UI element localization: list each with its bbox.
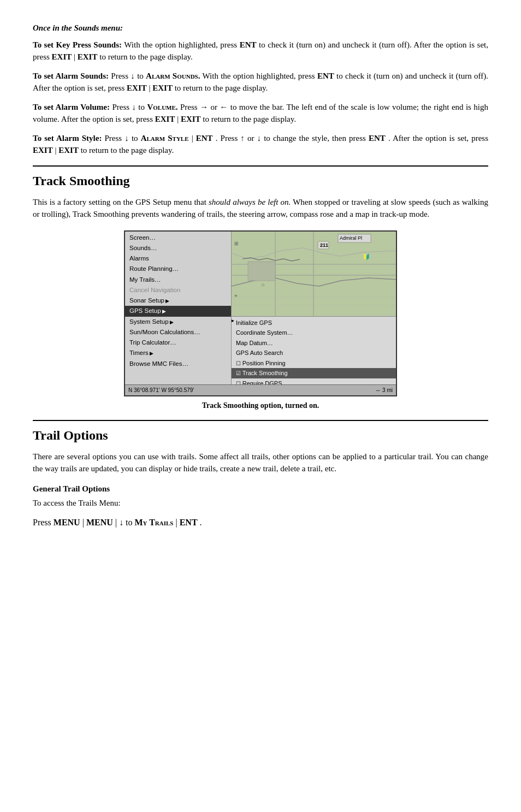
- key-press-exit1: EXIT: [52, 52, 72, 61]
- trail-options-paragraph: There are several options you can use wi…: [33, 451, 488, 475]
- alarm-volume-sep: |: [177, 115, 181, 123]
- figure-area: Screen…Sounds…AlarmsRoute Planning…My Tr…: [33, 230, 488, 396]
- alarm-volume-sc: Volume.: [147, 103, 177, 111]
- gps-submenu-item: Initialize GPS: [232, 318, 396, 328]
- gps-menu-item: My Trails…: [125, 275, 231, 285]
- key-press-exit2: EXIT: [78, 52, 98, 61]
- gps-map: ⊞ ≋ Admiral Pl 211 🔰: [232, 232, 396, 316]
- alarm-style-body4: to return to the page display.: [81, 146, 174, 155]
- alarm-style-exit1: EXIT: [33, 146, 53, 155]
- alarm-style-body: Press ↓ to: [105, 134, 141, 143]
- gps-submenu: Initialize GPSCoordinate System…Map Datu…: [232, 316, 396, 384]
- gps-menu-item: Sun/Moon Calculations…: [125, 327, 231, 337]
- svg-text:211: 211: [320, 242, 328, 248]
- alarm-volume-paragraph: To set Alarm Volume: Press ↓ to Volume. …: [33, 101, 488, 126]
- svg-rect-4: [248, 262, 275, 281]
- command-ent: ENT: [180, 518, 198, 527]
- key-press-label: To set Key Press Sounds:: [33, 40, 122, 49]
- gps-statusbar: N 36°08.971' W 95°50.579' ↔ 3 mi: [125, 384, 396, 395]
- alarm-style-label: To set Alarm Style:: [33, 134, 102, 143]
- sounds-menu-heading: Once in the Sounds menu:: [33, 22, 488, 34]
- gps-submenu-item: Track Smoothing: [232, 368, 396, 378]
- general-trail-access-body: To access the Trails Menu:: [33, 497, 488, 509]
- trail-options-heading: Trail Options: [33, 420, 488, 445]
- gps-submenu-item: Map Datum…: [232, 338, 396, 348]
- page-content: Once in the Sounds menu: To set Key Pres…: [33, 22, 488, 529]
- gps-screenshot: Screen…Sounds…AlarmsRoute Planning…My Tr…: [124, 230, 397, 396]
- alarm-style-ent2: ENT: [369, 134, 386, 143]
- alarm-sounds-body4: to return to the page display.: [175, 84, 268, 92]
- svg-text:⌂: ⌂: [262, 282, 264, 287]
- gps-submenu-item: GPS Auto Search: [232, 348, 396, 358]
- alarm-style-sep: |: [192, 134, 196, 143]
- alarm-sounds-label: To set Alarm Sounds:: [33, 72, 109, 80]
- alarm-sounds-ent: ENT: [317, 72, 334, 80]
- statusbar-coords: N 36°08.971' W 95°50.579': [128, 386, 194, 394]
- gps-display: Screen…Sounds…AlarmsRoute Planning…My Tr…: [125, 232, 396, 384]
- gps-menu-item: Browse MMC Files…: [125, 359, 231, 369]
- trail-menu-command: Press MENU | MENU | ↓ to My Trails | ENT…: [33, 516, 488, 529]
- alarm-volume-body: Press ↓ to: [112, 103, 147, 111]
- key-press-sounds-paragraph: To set Key Press Sounds: With the option…: [33, 39, 488, 63]
- alarm-volume-body3: to return to the page display.: [203, 115, 296, 123]
- gps-right-panel: ⊞ ≋ Admiral Pl 211 🔰: [232, 232, 396, 384]
- command-menu2: MENU: [86, 518, 113, 527]
- gps-menu-item: Timers: [125, 348, 231, 358]
- alarm-sounds-sc: Alarm Sounds.: [146, 72, 200, 80]
- command-mytrails: My Trails: [134, 518, 173, 527]
- command-menu1: MENU: [54, 518, 80, 527]
- alarm-style-body3: . After the option is set, press: [388, 134, 488, 143]
- alarm-volume-exit2: EXIT: [181, 115, 201, 123]
- key-press-ent: ENT: [240, 40, 257, 49]
- command-sep3: |: [175, 518, 179, 527]
- alarm-sounds-exit1: EXIT: [127, 84, 147, 92]
- gps-submenu-item: ▶ Position Pinning: [232, 358, 396, 369]
- gps-menu-item: System Setup: [125, 317, 231, 327]
- alarm-sounds-body: Press ↓ to: [111, 72, 146, 80]
- gps-menu-item: Sounds…: [125, 243, 231, 253]
- alarm-style-body2: . Press ↑ or ↓ to change the style, then…: [216, 134, 369, 143]
- track-smoothing-body: This is a factory setting on the GPS Set…: [33, 198, 209, 206]
- statusbar-scale: ↔ 3 mi: [375, 386, 393, 394]
- command-sep1: |: [82, 518, 86, 527]
- key-press-sep1: |: [74, 52, 78, 61]
- alarm-sounds-body2: With the option highlighted, press: [202, 72, 317, 80]
- key-press-body1: With the option highlighted, press: [124, 40, 239, 49]
- gps-submenu-item: Coordinate System…: [232, 328, 396, 338]
- key-press-body3: to return to the page display.: [99, 52, 193, 61]
- gps-menu-item: Sonar Setup: [125, 295, 231, 306]
- alarm-style-ent1: ENT: [196, 134, 213, 143]
- alarm-style-exit2: EXIT: [58, 146, 79, 155]
- alarm-volume-exit1: EXIT: [155, 115, 175, 123]
- gps-menu-item: Route Planning…: [125, 264, 231, 274]
- command-press: Press: [33, 518, 54, 527]
- command-sep2: | ↓ to: [115, 518, 135, 527]
- alarm-style-sc: Alarm Style: [141, 134, 189, 143]
- gps-submenu-item: Require DGPS: [232, 378, 396, 384]
- gps-menu: Screen…Sounds…AlarmsRoute Planning…My Tr…: [125, 232, 232, 384]
- gps-menu-item: Trip Calculator…: [125, 337, 231, 348]
- alarm-sounds-paragraph: To set Alarm Sounds: Press ↓ to Alarm So…: [33, 70, 488, 94]
- gps-menu-item: Alarms: [125, 253, 231, 264]
- svg-text:Admiral Pl: Admiral Pl: [340, 235, 362, 241]
- command-period: .: [200, 518, 202, 527]
- svg-text:⊞: ⊞: [234, 241, 239, 246]
- gps-menu-item: GPS Setup: [125, 306, 231, 316]
- gps-menu-item: Cancel Navigation: [125, 285, 231, 295]
- track-smoothing-paragraph: This is a factory setting on the GPS Set…: [33, 196, 488, 221]
- gps-menu-item: Screen…: [125, 233, 231, 243]
- track-smoothing-italic: should always be left on.: [209, 198, 291, 206]
- figure-caption: Track Smoothing option, turned on.: [33, 400, 488, 411]
- svg-text:🔰: 🔰: [363, 253, 370, 260]
- alarm-volume-label: To set Alarm Volume:: [33, 103, 110, 111]
- alarm-style-paragraph: To set Alarm Style: Press ↓ to Alarm Sty…: [33, 132, 488, 157]
- sounds-heading-text: Once in the Sounds menu:: [33, 23, 123, 32]
- general-trail-options-heading: General Trail Options: [33, 483, 488, 495]
- alarm-sounds-exit2: EXIT: [152, 84, 173, 92]
- track-smoothing-heading: Track Smoothing: [33, 165, 488, 191]
